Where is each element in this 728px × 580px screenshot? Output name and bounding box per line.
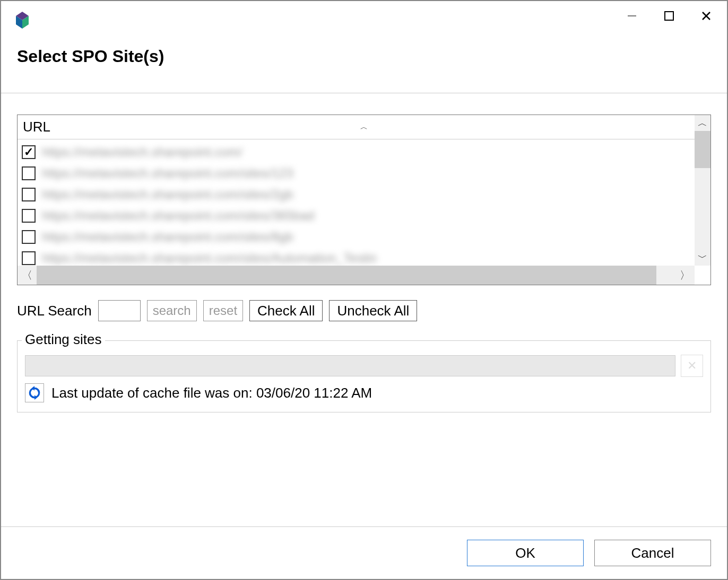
close-button[interactable] xyxy=(688,5,725,27)
window-controls xyxy=(613,5,727,27)
vertical-scrollbar[interactable]: ︿ ﹀ xyxy=(695,115,710,266)
cache-info-text: Last update of cache file was on: 03/06/… xyxy=(51,385,372,401)
row-checkbox[interactable] xyxy=(22,209,36,223)
progress-row: ✕ xyxy=(25,355,703,377)
row-checkbox[interactable] xyxy=(22,188,36,201)
dialog-window: Select SPO Site(s) URL ︿ https://metavis… xyxy=(0,0,728,580)
row-url: https://metavistech.sharepoint.com/sites… xyxy=(42,166,293,181)
reset-button[interactable]: reset xyxy=(203,300,243,321)
cancel-progress-button[interactable]: ✕ xyxy=(681,355,703,377)
app-icon xyxy=(12,10,33,31)
scroll-track-gap xyxy=(656,266,675,285)
table-row[interactable]: https://metavistech.sharepoint.com/sites… xyxy=(21,205,710,226)
sort-indicator-icon: ︿ xyxy=(360,122,368,132)
search-button[interactable]: search xyxy=(147,300,197,321)
svg-rect-1 xyxy=(665,12,673,20)
ok-button[interactable]: OK xyxy=(467,540,584,566)
scroll-left-icon[interactable]: 〈 xyxy=(18,266,37,285)
dialog-content: URL ︿ https://metavistech.sharepoint.com… xyxy=(1,93,727,526)
scroll-down-icon[interactable]: ﹀ xyxy=(695,250,710,266)
sites-grid: URL ︿ https://metavistech.sharepoint.com… xyxy=(17,115,711,285)
minimize-button[interactable] xyxy=(613,5,651,27)
column-header-label: URL xyxy=(23,119,50,135)
row-url: https://metavistech.sharepoint.com/sites… xyxy=(42,251,377,266)
scroll-up-icon[interactable]: ︿ xyxy=(695,115,710,131)
url-search-input[interactable] xyxy=(98,300,141,321)
row-url: https://metavistech.sharepoint.com/sites… xyxy=(42,208,315,223)
scroll-thumb[interactable] xyxy=(695,131,710,168)
dialog-header: Select SPO Site(s) xyxy=(1,31,727,93)
row-url: https://metavistech.sharepoint.com/sites… xyxy=(42,230,293,244)
row-checkbox[interactable] xyxy=(22,251,36,265)
refresh-icon xyxy=(28,386,41,400)
refresh-cache-button[interactable] xyxy=(25,383,44,402)
cancel-button[interactable]: Cancel xyxy=(594,540,711,566)
progress-bar xyxy=(25,355,675,376)
table-row[interactable]: https://metavistech.sharepoint.com/sites… xyxy=(21,184,710,205)
row-checkbox[interactable] xyxy=(22,230,36,244)
getting-sites-group: Getting sites ✕ Last update of cache fil… xyxy=(17,340,711,412)
close-icon: ✕ xyxy=(687,359,697,373)
dialog-footer: OK Cancel xyxy=(1,526,727,579)
uncheck-all-button[interactable]: Uncheck All xyxy=(329,300,417,321)
cache-info-row: Last update of cache file was on: 03/06/… xyxy=(25,383,703,402)
maximize-button[interactable] xyxy=(651,5,688,27)
table-row[interactable]: https://metavistech.sharepoint.com/sites… xyxy=(21,226,710,248)
grid-body: https://metavistech.sharepoint.com/ http… xyxy=(18,139,710,285)
row-checkbox[interactable] xyxy=(22,145,36,159)
horizontal-scrollbar[interactable]: 〈 〉 xyxy=(18,266,695,285)
table-row[interactable]: https://metavistech.sharepoint.com/ xyxy=(21,142,710,163)
scroll-right-icon[interactable]: 〉 xyxy=(675,266,695,285)
column-header-url[interactable]: URL ︿ xyxy=(18,115,710,139)
row-url: https://metavistech.sharepoint.com/ xyxy=(42,145,242,160)
url-search-label: URL Search xyxy=(17,303,92,319)
search-toolbar: URL Search search reset Check All Unchec… xyxy=(17,300,711,321)
table-row[interactable]: https://metavistech.sharepoint.com/sites… xyxy=(21,163,710,184)
row-checkbox[interactable] xyxy=(22,166,36,180)
titlebar xyxy=(1,1,727,31)
row-url: https://metavistech.sharepoint.com/sites… xyxy=(42,187,293,202)
scroll-thumb[interactable] xyxy=(37,266,656,285)
check-all-button[interactable]: Check All xyxy=(249,300,323,321)
getting-sites-title: Getting sites xyxy=(22,331,105,348)
dialog-title: Select SPO Site(s) xyxy=(17,47,711,66)
